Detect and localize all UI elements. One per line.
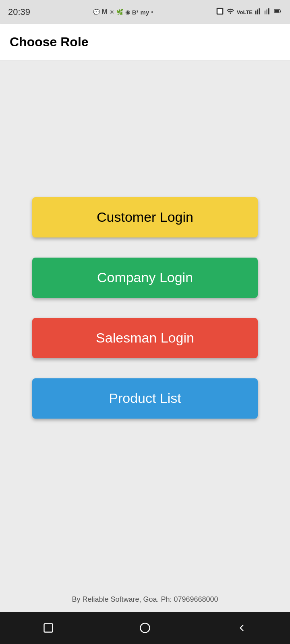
- dot-icon: •: [151, 9, 153, 15]
- app-icon-2: 🌿: [116, 9, 123, 15]
- nav-home-button[interactable]: [137, 620, 153, 636]
- svg-rect-3: [275, 10, 280, 13]
- svg-rect-1: [218, 9, 222, 14]
- signal-icon-1: [255, 7, 262, 17]
- signal-icon-2: [264, 7, 271, 17]
- product-list-button[interactable]: Product List: [32, 378, 258, 419]
- status-time: 20:39: [8, 7, 30, 17]
- company-login-button[interactable]: Company Login: [32, 258, 258, 298]
- notification-icon: [216, 7, 224, 17]
- app-icon-1: ✳: [110, 9, 114, 15]
- footer-text: By Reliable Software, Goa. Ph: 079696680…: [72, 595, 218, 603]
- gmail-icon: M: [102, 8, 108, 16]
- whatsapp-icon: 💬: [93, 9, 100, 15]
- main-content: Customer Login Company Login Salesman Lo…: [0, 60, 290, 587]
- page-title: Choose Role: [10, 35, 89, 50]
- battery-icon: [273, 7, 282, 17]
- nav-back-button[interactable]: [234, 620, 250, 636]
- status-right-icons: VoLTE: [216, 7, 282, 17]
- customer-login-button[interactable]: Customer Login: [32, 197, 258, 237]
- nav-bar: [0, 612, 290, 644]
- footer: By Reliable Software, Goa. Ph: 079696680…: [0, 587, 290, 612]
- nav-square-button[interactable]: [40, 620, 56, 636]
- svg-point-5: [140, 623, 149, 632]
- app-icon-3: ◉: [125, 9, 130, 15]
- app-bar: Choose Role: [0, 24, 290, 60]
- bold-icon: B³: [132, 9, 139, 16]
- buttons-container: Customer Login Company Login Salesman Lo…: [32, 197, 258, 419]
- wifi-icon: [226, 7, 235, 17]
- status-bar: 20:39 💬 M ✳ 🌿 ◉ B³ my • VoLTE: [0, 0, 290, 24]
- svg-rect-4: [44, 624, 53, 632]
- status-icons-middle: 💬 M ✳ 🌿 ◉ B³ my •: [93, 8, 153, 16]
- lte-icon: VoLTE: [237, 9, 253, 15]
- salesman-login-button[interactable]: Salesman Login: [32, 318, 258, 358]
- my-icon: my: [141, 9, 149, 16]
